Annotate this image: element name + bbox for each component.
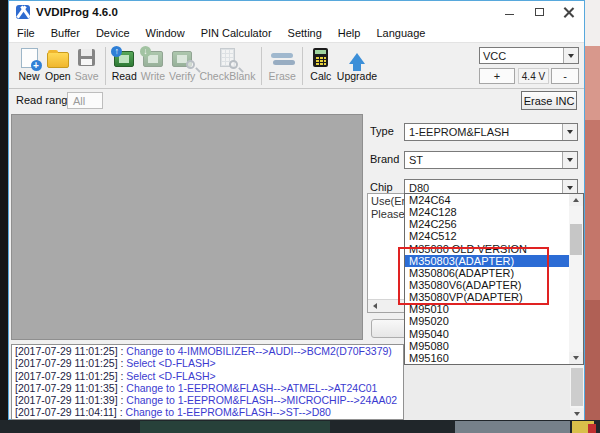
erase-inc-button[interactable]: Erase INC <box>521 91 577 110</box>
desktop-background: VVDIProg 4.6.0 File Buffer Device Window… <box>0 0 600 433</box>
background-decor <box>588 424 596 433</box>
brand-label: Brand <box>370 153 399 165</box>
minimize-button[interactable] <box>494 1 524 23</box>
voltage-plus-button[interactable]: + <box>479 68 515 84</box>
scroll-down-icon[interactable] <box>570 408 584 420</box>
open-button[interactable]: Open <box>43 46 73 88</box>
vcc-select[interactable]: VCC <box>479 47 579 64</box>
menu-pin-calculator[interactable]: PIN Calculator <box>193 27 280 39</box>
dropdown-item[interactable]: M95080 <box>405 340 570 352</box>
save-button[interactable]: Save <box>73 46 101 88</box>
scroll-down-icon[interactable] <box>569 352 583 364</box>
scroll-left-icon[interactable] <box>368 300 381 312</box>
log-entry: [2017-07-29 11:01:35] : Change to 1-EEPR… <box>12 382 403 394</box>
chevron-down-icon[interactable] <box>562 124 577 140</box>
maximize-icon <box>535 8 544 16</box>
verify-button[interactable]: Verify <box>167 46 197 88</box>
log-vertical-scrollbar[interactable] <box>570 364 584 420</box>
window-title: VVDIProg 4.6.0 <box>36 6 118 18</box>
red-annotation-box <box>398 247 549 305</box>
scrollbar-thumb[interactable] <box>570 224 582 255</box>
dropdown-item[interactable]: M95040 <box>405 328 570 340</box>
dropdown-item[interactable]: M95020 <box>405 315 570 327</box>
checkblank-magnifier-icon <box>220 48 235 67</box>
write-button[interactable]: ↓ Write <box>139 46 167 88</box>
toolbar: + New Open Save ↑ Read ↓ Write V <box>9 42 584 89</box>
scrollbar-thumb[interactable] <box>571 368 583 406</box>
toolbar-separator <box>105 47 106 85</box>
panel-lower-area <box>404 364 584 420</box>
voltage-value: 4.4 V <box>518 68 549 84</box>
read-chip-icon: ↑ <box>114 51 134 67</box>
menu-buffer[interactable]: Buffer <box>43 27 88 39</box>
type-label: Type <box>370 125 394 137</box>
close-icon <box>564 7 574 17</box>
type-select[interactable]: 1-EEPROM&FLASH <box>404 123 578 141</box>
dropdown-item[interactable]: M95160 <box>405 352 570 364</box>
brand-select[interactable]: ST <box>404 151 578 169</box>
log-entry: [2017-07-29 11:01:25] : Change to 4-IMMO… <box>12 345 403 357</box>
dropdown-item[interactable]: M24C256 <box>405 218 570 230</box>
log-list[interactable]: [2017-07-29 11:01:25] : Change to 4-IMMO… <box>11 344 404 420</box>
title-bar: VVDIProg 4.6.0 <box>9 1 584 23</box>
chevron-down-icon[interactable] <box>563 48 578 63</box>
upgrade-button[interactable]: Upgrade <box>335 46 379 88</box>
menu-language[interactable]: Language <box>368 27 433 39</box>
minimize-icon <box>505 14 514 15</box>
menu-file[interactable]: File <box>9 27 43 39</box>
close-button[interactable] <box>554 1 584 23</box>
upgrade-arrow-icon <box>349 53 365 64</box>
read-button[interactable]: ↑ Read <box>110 46 139 88</box>
log-entry: [2017-07-29 11:01:25] : Select <D-FLASH> <box>12 357 403 369</box>
eraser-icon <box>271 52 293 68</box>
app-window: VVDIProg 4.6.0 File Buffer Device Window… <box>8 0 585 420</box>
app-logo-icon <box>16 5 30 19</box>
toolbar-separator <box>302 47 303 85</box>
background-decor <box>455 421 570 433</box>
read-range-label: Read range <box>16 94 74 106</box>
verify-magnifier-icon <box>172 51 192 67</box>
menu-bar: File Buffer Device Window PIN Calculator… <box>9 23 584 42</box>
checkblank-button[interactable]: CheckBlank <box>197 46 257 88</box>
dropdown-item[interactable]: M24C64 <box>405 194 570 206</box>
hex-buffer-area[interactable] <box>11 114 363 340</box>
dropdown-item[interactable]: M95010 <box>405 303 570 315</box>
erase-button[interactable]: Erase <box>266 46 297 88</box>
read-range-bar: Read range All Erase INC <box>9 89 584 113</box>
toolbar-separator <box>261 47 262 85</box>
dropdown-item[interactable]: M24C512 <box>405 230 570 242</box>
background-decor <box>140 421 330 433</box>
dropdown-scrollbar[interactable] <box>569 194 583 364</box>
maximize-button[interactable] <box>524 1 554 23</box>
vcc-controls: VCC + 4.4 V - <box>479 47 579 85</box>
menu-help[interactable]: Help <box>330 27 369 39</box>
new-button[interactable]: + New <box>15 46 43 88</box>
open-folder-icon <box>47 52 69 68</box>
menu-window[interactable]: Window <box>138 27 193 39</box>
read-range-input[interactable]: All <box>67 92 103 109</box>
chevron-down-icon[interactable] <box>562 152 577 168</box>
menu-device[interactable]: Device <box>88 27 138 39</box>
log-entry: [2017-07-29 11:04:11] : Change to 1-EEPR… <box>12 406 403 418</box>
background-right-strip <box>585 0 600 433</box>
new-file-icon: + <box>21 48 38 68</box>
write-chip-icon: ↓ <box>143 51 163 67</box>
voltage-minus-button[interactable]: - <box>551 68 579 84</box>
calc-button[interactable]: Calc <box>307 46 335 88</box>
log-entry: [2017-07-29 11:01:25] : Select <D-FLASH> <box>12 370 403 382</box>
log-entry: [2017-07-29 11:01:39] : Change to 1-EEPR… <box>12 394 403 406</box>
save-floppy-icon <box>78 49 95 66</box>
scroll-up-icon[interactable] <box>569 194 583 206</box>
calculator-icon <box>313 48 328 67</box>
menu-setting[interactable]: Setting <box>280 27 330 39</box>
chip-label: Chip <box>370 181 393 193</box>
dropdown-item[interactable]: M24C128 <box>405 206 570 218</box>
